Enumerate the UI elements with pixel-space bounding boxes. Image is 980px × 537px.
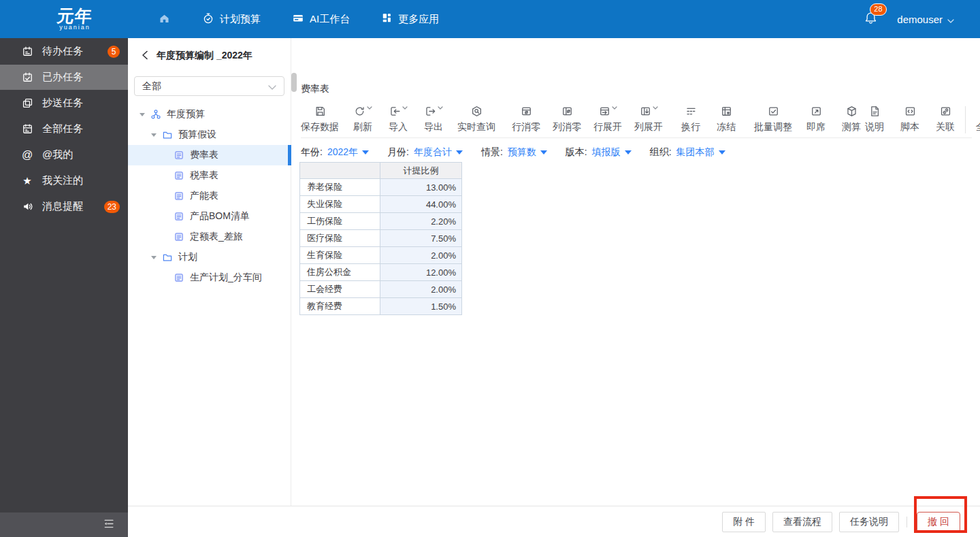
nav-plan-budget-label: 计划预算 [220, 13, 261, 26]
row-label-cell[interactable]: 工伤保险 [300, 213, 380, 230]
notification-badge: 28 [870, 3, 886, 16]
sidebar-item-at-me[interactable]: @ @我的 [0, 142, 128, 167]
save-data-button[interactable]: 保存数据 [301, 105, 339, 133]
tree-caret-icon[interactable] [151, 256, 157, 259]
row-expand-button[interactable]: 行展开 [593, 105, 622, 133]
sheet-tree-panel: 年度预算编制 _2022年 全部 年度预算 预算假设 费率表 税率表 [128, 38, 291, 506]
script-button[interactable]: 脚本 [898, 105, 921, 133]
filter-dropdown[interactable]: 情景: 预算数 [481, 146, 547, 159]
export-icon [425, 105, 436, 120]
filter-dropdown[interactable]: 年份: 2022年 [301, 146, 369, 159]
tree-node-plan[interactable]: 计划 [128, 247, 291, 267]
tree-node-capacity-sheet[interactable]: 产能表 [128, 186, 291, 206]
tree-caret-icon[interactable] [140, 113, 145, 116]
col-expand-button[interactable]: 列展开 [634, 105, 663, 133]
filter-label: 组织: [650, 146, 672, 159]
row-value-cell[interactable]: 13.00% [380, 179, 462, 196]
filter-value[interactable]: 2022年 [327, 146, 358, 159]
filter-value[interactable]: 填报版 [592, 146, 621, 159]
row-value-cell[interactable]: 44.00% [380, 196, 462, 213]
tree-node-quota-travel[interactable]: 定额表_差旅 [128, 227, 291, 247]
sidebar-item-cc-tasks[interactable]: 抄送任务 [0, 91, 128, 116]
sheet-icon [174, 231, 184, 242]
tree-node-label: 税率表 [190, 169, 218, 182]
row-label-cell[interactable]: 住房公积金 [300, 264, 380, 281]
row-clear-zero-button[interactable]: 行消零 [512, 105, 540, 133]
filter-value[interactable]: 集团本部 [676, 146, 715, 159]
row-value-cell[interactable]: 1.50% [380, 298, 462, 315]
nav-ai-workbench-label: AI工作台 [310, 13, 350, 26]
row-value-cell[interactable]: 7.50% [380, 230, 462, 247]
sidebar-item-done-tasks[interactable]: 已办任务 [0, 65, 128, 90]
caret-down-icon [653, 106, 658, 110]
org-icon [150, 109, 161, 120]
caret-down-icon [402, 106, 408, 110]
tree-node-production-plan[interactable]: 生产计划_分车间 [128, 267, 291, 288]
row-label-cell[interactable]: 生育保险 [300, 247, 380, 264]
col-clear-zero-button[interactable]: 列消零 [553, 105, 581, 133]
collapse-sidebar-icon[interactable] [102, 518, 114, 532]
row-label-cell[interactable]: 养老保险 [300, 179, 380, 196]
caret-down-icon [367, 106, 372, 110]
filter-dropdown[interactable]: 组织: 集团本部 [650, 146, 725, 159]
col-clear-zero-icon [561, 105, 573, 118]
tree-node-budget-assumptions[interactable]: 预算假设 [128, 125, 291, 145]
row-label-cell[interactable]: 教育经费 [300, 298, 380, 315]
row-value-cell[interactable]: 2.00% [380, 247, 462, 264]
export-button[interactable]: 导出 [422, 105, 445, 133]
filter-value[interactable]: 年度合计 [414, 146, 452, 159]
wrap-button[interactable]: 换行 [679, 105, 702, 133]
tree-caret-icon[interactable] [151, 133, 157, 137]
freeze-icon [721, 105, 732, 118]
realtime-query-button[interactable]: 实时查询 [457, 105, 495, 133]
apps-grid-icon [381, 12, 393, 26]
filter-dropdown[interactable]: 版本: 填报版 [566, 146, 632, 159]
row-value-cell[interactable]: 2.00% [380, 281, 462, 298]
row-label-cell[interactable]: 失业保险 [300, 196, 380, 213]
app-logo[interactable]: 元年 yuanian [57, 8, 93, 31]
table-row: 生育保险 2.00% [300, 247, 462, 264]
table-row: 工会经费 2.00% [300, 281, 462, 298]
sidebar-item-notifications[interactable]: 消息提醒 23 [0, 194, 128, 219]
filter-value[interactable]: 预算数 [508, 146, 536, 159]
notifications-button[interactable]: 28 [864, 11, 878, 28]
fullscreen-button[interactable]: 全屏 [974, 105, 980, 133]
user-menu[interactable]: demouser [897, 14, 954, 25]
nav-plan-budget[interactable]: 计划预算 [202, 0, 261, 38]
task-note-button[interactable]: 任务说明 [839, 512, 899, 532]
todo-tasks-icon [20, 46, 34, 57]
link-button[interactable]: 关联 [934, 105, 957, 133]
calc-button[interactable]: 测算 [840, 105, 863, 133]
back-nav[interactable]: 年度预算编制 _2022年 [128, 38, 291, 74]
batch-adjust-button[interactable]: 批量调整 [754, 105, 792, 133]
row-value-cell[interactable]: 2.20% [380, 213, 462, 230]
nav-home[interactable] [158, 0, 171, 38]
tree-filter-dropdown[interactable]: 全部 [134, 76, 284, 96]
row-value-cell[interactable]: 12.00% [380, 264, 462, 281]
value-header-cell: 计提比例 [380, 163, 462, 179]
tree-node-rate-sheet[interactable]: 费率表 [128, 145, 291, 165]
refresh-button[interactable]: 刷新 [351, 105, 374, 133]
sidebar-item-followed[interactable]: ★ 我关注的 [0, 168, 128, 193]
freeze-button[interactable]: 冻结 [715, 105, 738, 133]
nav-ai-workbench[interactable]: AI工作台 [292, 0, 350, 38]
sidebar-item-todo-tasks[interactable]: 待办任务 5 [0, 39, 128, 64]
scrollbar-thumb[interactable] [291, 73, 297, 92]
filter-dropdown[interactable]: 月份: 年度合计 [387, 146, 463, 159]
row-label-cell[interactable]: 医疗保险 [300, 230, 380, 247]
recall-button[interactable]: 撤 回 [917, 512, 960, 532]
sidebar-item-all-tasks[interactable]: 全部任务 [0, 116, 128, 142]
view-process-button[interactable]: 查看流程 [772, 512, 832, 532]
note-button[interactable]: 说明 [863, 105, 886, 133]
tree-node-bom-list[interactable]: 产品BOM清单 [128, 206, 291, 227]
attachment-button[interactable]: 附 件 [722, 512, 766, 532]
import-button[interactable]: 导入 [387, 105, 410, 133]
nav-more-apps[interactable]: 更多应用 [381, 0, 439, 38]
tree-node-tax-sheet[interactable]: 税率表 [128, 165, 291, 186]
caret-down-icon [612, 106, 617, 110]
tree-node-annual-budget[interactable]: 年度预算 [128, 104, 291, 125]
speaker-icon [20, 201, 34, 212]
row-label-cell[interactable]: 工会经费 [300, 281, 380, 298]
adhoc-button[interactable]: 即席 [804, 105, 828, 133]
tree-node-label: 预算假设 [178, 129, 216, 141]
